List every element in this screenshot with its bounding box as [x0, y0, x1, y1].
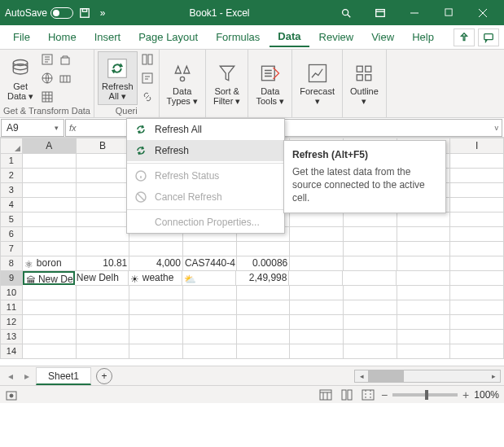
sheet-tab[interactable]: Sheet1 [36, 367, 91, 385]
col-header-i[interactable]: I [450, 138, 504, 154]
menu-refresh-status: Refresh Status [127, 165, 284, 186]
nav-next-icon[interactable]: ▸ [20, 369, 34, 383]
add-sheet-button[interactable]: + [96, 368, 112, 384]
partly-cloudy-icon: ⛅ [184, 273, 195, 284]
recent-sources-icon[interactable] [57, 52, 73, 67]
menu-refresh[interactable]: Refresh [127, 140, 284, 161]
row-header[interactable]: 1 [0, 154, 23, 169]
filter-icon [216, 60, 239, 86]
cell-a8[interactable]: ⚛boron [23, 256, 77, 271]
menu-refresh-all[interactable]: Refresh All [127, 119, 284, 140]
refresh-single-icon [134, 143, 148, 158]
ribbon-display-icon[interactable] [364, 1, 397, 25]
maximize-button[interactable] [432, 1, 465, 25]
properties-icon[interactable] [139, 71, 156, 85]
fx-icon[interactable]: fx [66, 123, 80, 133]
geography-icon: 🏛 [26, 274, 37, 285]
tab-pagelayout[interactable]: Page Layout [130, 28, 206, 46]
from-web-icon[interactable] [39, 71, 55, 85]
sort-filter-button[interactable]: Sort & Filter ▾ [209, 56, 245, 110]
page-layout-view-icon[interactable] [339, 388, 355, 402]
get-data-label: Get Data ▾ [7, 81, 33, 101]
refresh-tooltip: Refresh (Alt+F5) Get the latest data fro… [283, 140, 446, 213]
svg-rect-16 [142, 73, 152, 83]
menu-conn-label: Connection Properties... [155, 217, 260, 228]
zoom-out-button[interactable]: − [381, 388, 388, 401]
cell-c9[interactable]: ☀weathe [129, 271, 182, 286]
title-bar: AutoSave » Book1 - Excel [0, 0, 504, 25]
svg-point-7 [13, 64, 28, 70]
svg-rect-15 [148, 55, 152, 64]
svg-rect-14 [142, 55, 147, 64]
cell-b8[interactable]: 10.81 [77, 256, 130, 271]
nav-first-icon[interactable]: ◂ [3, 369, 18, 383]
save-icon[interactable] [78, 7, 91, 20]
svg-rect-28 [348, 390, 352, 400]
refresh-all-button[interactable]: Refresh All ▾ [98, 51, 138, 105]
tab-insert[interactable]: Insert [86, 28, 129, 46]
scroll-thumb[interactable] [368, 370, 404, 382]
queries-connections-icon[interactable] [139, 52, 156, 67]
get-data-button[interactable]: Get Data ▾ [3, 51, 37, 105]
forecast-icon [306, 60, 329, 86]
data-types-button[interactable]: Data Types ▾ [163, 56, 202, 110]
horizontal-scrollbar[interactable]: ◂ ▸ [354, 370, 501, 383]
tab-data[interactable]: Data [270, 27, 309, 47]
from-table-icon[interactable] [39, 90, 55, 104]
cell-d9[interactable]: ⛅ [182, 271, 236, 286]
data-tools-button[interactable]: Data Tools ▾ [252, 56, 288, 110]
close-button[interactable] [467, 1, 499, 25]
existing-conn-icon[interactable] [57, 71, 73, 85]
tab-help[interactable]: Help [404, 28, 442, 46]
group-label-transform: Get & Transform Data [3, 105, 90, 116]
zoom-slider[interactable] [392, 393, 458, 397]
name-box[interactable]: A9 [1, 119, 64, 137]
edit-links-icon[interactable] [139, 90, 156, 104]
autosave-toggle[interactable]: AutoSave [5, 7, 73, 19]
ribbon-tabs: File Home Insert Page Layout Formulas Da… [0, 25, 504, 50]
svg-rect-5 [484, 33, 493, 39]
tab-home[interactable]: Home [40, 28, 85, 46]
svg-rect-23 [366, 74, 371, 80]
cell-e9[interactable]: 2,49,998 [236, 271, 290, 286]
cell-a9-selected[interactable]: 🏛New Dell [23, 271, 75, 285]
cell[interactable] [23, 154, 77, 169]
scroll-right-icon[interactable]: ▸ [487, 370, 500, 382]
tooltip-title: Refresh (Alt+F5) [292, 149, 437, 160]
svg-rect-10 [42, 92, 52, 102]
normal-view-icon[interactable] [318, 388, 334, 402]
search-icon[interactable] [330, 1, 362, 25]
info-icon [134, 169, 148, 183]
outline-button[interactable]: Outline ▾ [346, 56, 383, 110]
cell-c8[interactable]: 4,000 [129, 256, 183, 271]
zoom-level[interactable]: 100% [474, 389, 499, 401]
tab-review[interactable]: Review [311, 28, 362, 46]
col-header-b[interactable]: B [77, 138, 130, 154]
autosave-label: AutoSave [5, 7, 47, 19]
zoom-in-button[interactable]: + [462, 388, 469, 401]
share-icon[interactable] [454, 28, 475, 46]
minimize-button[interactable] [398, 1, 431, 25]
cell-e8[interactable]: 0.00086 [237, 256, 291, 271]
from-text-icon[interactable] [39, 52, 55, 67]
col-header-a[interactable]: A [23, 138, 77, 154]
forecast-button[interactable]: Forecast ▾ [296, 56, 339, 110]
cell-b9[interactable]: New Delh [75, 271, 129, 286]
scroll-left-icon[interactable]: ◂ [355, 370, 368, 382]
tab-view[interactable]: View [363, 28, 402, 46]
data-tools-icon [259, 60, 282, 86]
tab-formulas[interactable]: Formulas [208, 28, 268, 46]
more-icon[interactable]: » [96, 7, 109, 20]
tab-file[interactable]: File [5, 28, 38, 46]
refresh-all-icon [134, 122, 148, 137]
menu-cancel-refresh: Cancel Refresh [127, 186, 284, 208]
comments-icon[interactable] [478, 28, 499, 46]
refresh-dropdown-menu: Refresh All Refresh Refresh Status Cance… [126, 118, 285, 234]
cell-d8[interactable]: CAS7440-4 [183, 256, 237, 271]
record-macro-icon[interactable] [5, 388, 18, 401]
select-all-corner[interactable] [0, 138, 23, 154]
menu-refresh-status-label: Refresh Status [155, 170, 219, 182]
get-data-icon [9, 55, 32, 81]
chemical-icon: ⚛ [24, 258, 36, 270]
page-break-view-icon[interactable] [360, 388, 376, 402]
